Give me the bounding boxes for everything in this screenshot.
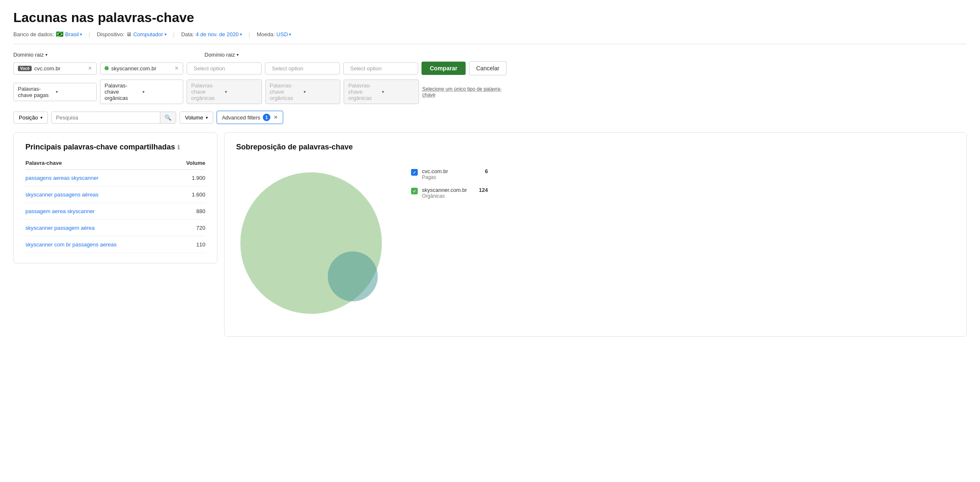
legend-type: Pagas <box>422 174 467 180</box>
domain1-text: cvc.com.br <box>34 65 85 72</box>
advanced-filters-close-icon[interactable]: ✕ <box>274 114 278 120</box>
date-value[interactable]: 4 de nov. de 2020 <box>196 31 239 37</box>
domain2-input[interactable]: skyscanner.com.br ✕ <box>100 62 183 75</box>
table-row: passagem aerea skyscanner 880 <box>25 203 205 220</box>
table-row: passagens aereas skyscanner 1.900 <box>25 170 205 186</box>
currency-value[interactable]: USD <box>277 31 288 37</box>
legend-checkbox-icon[interactable]: ✓ <box>411 169 418 176</box>
position-filter-button[interactable]: Posição ▾ <box>13 112 48 124</box>
kw-type1-select[interactable]: Palavras-chave pagas ▾ <box>13 83 97 101</box>
monitor-icon: 🖥 <box>126 31 132 37</box>
device-dropdown[interactable]: Computador ▾ <box>133 31 167 37</box>
domain4-placeholder: Select option <box>272 65 303 72</box>
table-row: skyscanner passagens aéreas 1.600 <box>25 186 205 203</box>
legend-type: Orgânicas <box>422 193 467 199</box>
legend-checkbox-icon[interactable]: ✓ <box>411 188 418 194</box>
domain2-text: skyscanner.com.br <box>111 65 172 72</box>
domain2-close-icon[interactable]: ✕ <box>175 65 179 71</box>
search-icon-button[interactable]: 🔍 <box>160 112 176 123</box>
domain3-placeholder: Select option <box>194 65 225 72</box>
keyword-type-row: Palavras-chave pagas ▾ Palavras-chave or… <box>13 80 967 104</box>
kw-type5-select[interactable]: Palavras-chave orgânicas ▾ <box>344 80 419 104</box>
keyword-cell: passagens aereas skyscanner <box>25 170 174 186</box>
domain-input-row: Você cvc.com.br ✕ skyscanner.com.br ✕ Se… <box>13 61 967 75</box>
kw-type5-chevron-icon: ▾ <box>382 89 414 94</box>
keywords-table: Palavra-chave Volume passagens aereas sk… <box>25 160 205 253</box>
currency-item: Moeda: USD ▾ <box>257 31 291 37</box>
select-note: Selecione um único tipo de palavra-chave <box>422 86 506 98</box>
legend-count: 124 <box>471 187 488 193</box>
table-row: skyscanner passagem aérea 720 <box>25 220 205 236</box>
domain2-chevron-icon: ▾ <box>237 52 239 57</box>
currency-dropdown[interactable]: USD ▾ <box>277 31 291 37</box>
domain5-select[interactable]: Select option <box>343 62 418 75</box>
search-wrap: 🔍 <box>51 112 176 124</box>
volume-cell: 880 <box>174 203 205 220</box>
date-dropdown[interactable]: 4 de nov. de 2020 ▾ <box>196 31 242 37</box>
kw-type2-select[interactable]: Palavras-chave orgânicas ▾ <box>100 80 183 104</box>
device-chevron-icon: ▾ <box>165 32 167 37</box>
keyword-link[interactable]: skyscanner passagem aérea <box>25 225 95 231</box>
cancel-button[interactable]: Cancelar <box>469 61 506 75</box>
separator3: | <box>249 31 250 37</box>
domain3-select[interactable]: Select option <box>187 62 262 75</box>
kw-type3-chevron-icon: ▾ <box>225 89 257 94</box>
position-filter-label: Posição <box>19 114 38 121</box>
domain-label-2: Domínio raiz ▾ <box>204 52 309 58</box>
domain1-close-icon[interactable]: ✕ <box>88 65 92 71</box>
kw-type4-select[interactable]: Palavras-chave orgânicas ▾ <box>265 80 341 104</box>
volume-filter-label: Volume <box>185 114 203 121</box>
keyword-cell: skyscanner passagem aérea <box>25 220 174 236</box>
venn-circle-small <box>328 251 378 301</box>
list-item: ✓ cvc.com.br Pagas 6 <box>411 168 488 180</box>
separator2: | <box>173 31 175 37</box>
database-chevron-icon: ▾ <box>80 32 82 37</box>
volume-cell: 720 <box>174 220 205 236</box>
legend-count: 6 <box>471 168 488 174</box>
volume-chevron-icon: ▾ <box>206 115 208 120</box>
legend-info: skyscanner.com.br Orgânicas <box>422 187 467 199</box>
search-icon: 🔍 <box>165 114 172 121</box>
legend-domain: skyscanner.com.br <box>422 187 467 193</box>
database-value[interactable]: Brasil <box>65 31 79 37</box>
keyword-cell: skyscanner passagens aéreas <box>25 186 174 203</box>
device-label: Dispositivo: <box>97 31 124 37</box>
kw-type2-label: Palavras-chave orgânicas <box>105 82 141 101</box>
domain-labels-row: Domínio raiz ▾ Domínio raiz ▾ <box>13 52 967 58</box>
volume-filter-button[interactable]: Volume ▾ <box>180 112 213 124</box>
domain5-placeholder: Select option <box>350 65 382 72</box>
currency-chevron-icon: ▾ <box>289 32 291 37</box>
volume-cell: 1.900 <box>174 170 205 186</box>
advanced-filters-button[interactable]: Advanced filters 1 ✕ <box>217 111 284 124</box>
database-label: Banco de dados: <box>13 31 54 37</box>
domain1-input[interactable]: Você cvc.com.br ✕ <box>13 62 97 75</box>
database-dropdown[interactable]: Brasil ▾ <box>65 31 82 37</box>
keyword-link[interactable]: passagem aerea skyscanner <box>25 208 95 214</box>
domain1-chevron-icon: ▾ <box>45 52 47 57</box>
kw-type5-label: Palavras-chave orgânicas <box>348 82 380 101</box>
currency-label: Moeda: <box>257 31 274 37</box>
panel-left: Principais palavras-chave compartilhadas… <box>13 132 217 263</box>
domain2-dot-icon <box>105 66 109 70</box>
filters-section: Domínio raiz ▾ Domínio raiz ▾ Você cvc.c… <box>13 52 967 104</box>
list-item: ✓ skyscanner.com.br Orgânicas 124 <box>411 187 488 199</box>
kw-type3-select[interactable]: Palavras-chave orgânicas ▾ <box>187 80 262 104</box>
kw-type1-chevron-icon: ▾ <box>56 89 92 94</box>
date-item: Data: 4 de nov. de 2020 ▾ <box>181 31 242 37</box>
search-input[interactable] <box>52 112 160 123</box>
col-volume-header: Volume <box>174 160 205 170</box>
advanced-filters-label: Advanced filters <box>222 114 261 121</box>
keyword-link[interactable]: skyscanner com br passagens aereas <box>25 241 117 248</box>
domain4-select[interactable]: Select option <box>265 62 340 75</box>
date-chevron-icon: ▾ <box>240 32 242 37</box>
panel-left-title: Principais palavras-chave compartilhadas… <box>25 143 205 152</box>
keyword-link[interactable]: passagens aereas skyscanner <box>25 175 99 181</box>
page-title: Lacunas nas palavras-chave <box>13 10 967 25</box>
domain-label-1: Domínio raiz ▾ <box>13 52 117 58</box>
keyword-link[interactable]: skyscanner passagens aéreas <box>25 191 99 198</box>
compare-button[interactable]: Comparar <box>421 62 466 75</box>
date-label: Data: <box>181 31 194 37</box>
device-value[interactable]: Computador <box>133 31 163 37</box>
venn-legend: ✓ cvc.com.br Pagas 6 ✓ skyscanner.com.br… <box>411 160 488 199</box>
volume-cell: 1.600 <box>174 186 205 203</box>
